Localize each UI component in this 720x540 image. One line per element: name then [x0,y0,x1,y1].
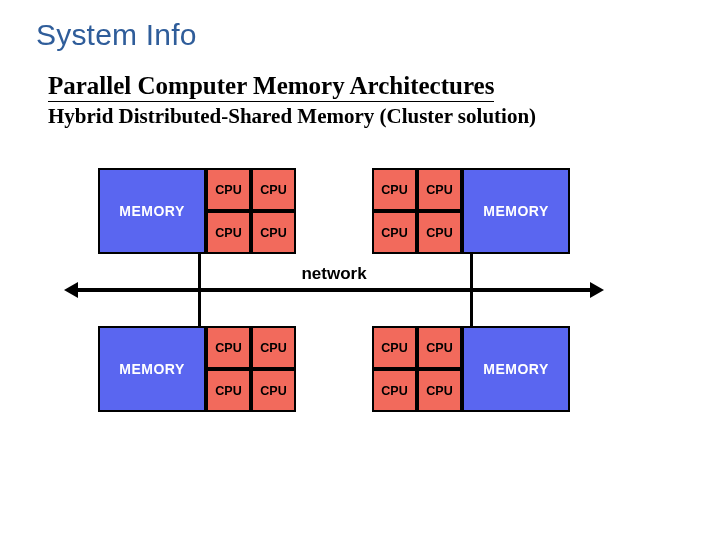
architecture-diagram: network MEMORY CPU CPU CPU CPU [98,168,570,412]
section-heading: Parallel Computer Memory Architectures [48,72,494,102]
cpu-cell: CPU [251,168,296,211]
cpu-cell: CPU [417,211,462,254]
section-subheading: Hybrid Distributed-Shared Memory (Cluste… [48,104,536,129]
network-bus [74,288,594,292]
cpu-cell: CPU [417,168,462,211]
cpu-cell: CPU [251,211,296,254]
node-row-top: MEMORY CPU CPU CPU CPU CPU [98,168,570,254]
arrow-right-icon [590,282,604,298]
cpu-cell: CPU [417,326,462,369]
memory-block: MEMORY [462,168,570,254]
cpu-grid: CPU CPU CPU CPU [206,168,296,254]
memory-block: MEMORY [462,326,570,412]
node-bottom-left: MEMORY CPU CPU CPU CPU [98,326,296,412]
connector [470,254,473,288]
cpu-cell: CPU [372,168,417,211]
arrow-left-icon [64,282,78,298]
cpu-cell: CPU [206,211,251,254]
cpu-grid: CPU CPU CPU CPU [372,168,462,254]
cpu-cell: CPU [206,168,251,211]
connector [198,254,201,288]
cpu-cell: CPU [251,369,296,412]
cpu-cell: CPU [372,326,417,369]
memory-block: MEMORY [98,168,206,254]
slide: System Info Parallel Computer Memory Arc… [0,0,720,540]
cpu-cell: CPU [417,369,462,412]
node-top-left: MEMORY CPU CPU CPU CPU [98,168,296,254]
cpu-cell: CPU [251,326,296,369]
connector [198,292,201,326]
connector [470,292,473,326]
cpu-grid: CPU CPU CPU CPU [372,326,462,412]
node-top-right: CPU CPU CPU CPU MEMORY [372,168,570,254]
cpu-cell: CPU [206,326,251,369]
memory-block: MEMORY [98,326,206,412]
cpu-grid: CPU CPU CPU CPU [206,326,296,412]
page-title: System Info [36,18,197,52]
network-label: network [301,264,366,284]
node-bottom-right: CPU CPU CPU CPU MEMORY [372,326,570,412]
cpu-cell: CPU [206,369,251,412]
cpu-cell: CPU [372,369,417,412]
node-row-bottom: MEMORY CPU CPU CPU CPU CPU [98,326,570,412]
cpu-cell: CPU [372,211,417,254]
